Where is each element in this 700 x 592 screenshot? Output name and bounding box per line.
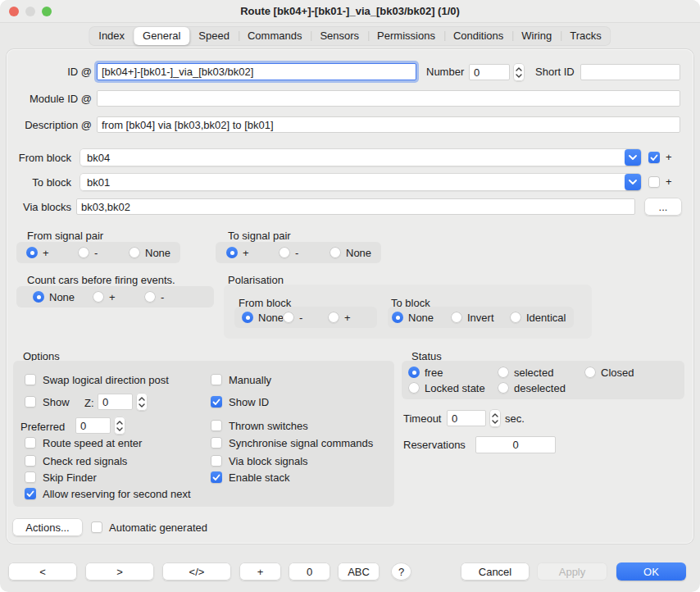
preferred-stepper[interactable] [114,417,125,435]
from-signal-plus-option[interactable]: + [26,247,49,258]
prev-button[interactable]: < [8,562,77,581]
short-id-field[interactable] [580,64,680,80]
from-signal-none-option[interactable]: None [129,247,170,258]
via-block-signals-option[interactable]: Via block signals [211,454,308,467]
radio-icon[interactable] [226,247,238,258]
checkbox-icon[interactable] [25,455,36,467]
manually-option[interactable]: Manually [211,373,271,386]
cancel-button[interactable]: Cancel [461,562,530,581]
to-block-combo[interactable]: bk01 [80,173,642,191]
tab-speed[interactable]: Speed [189,27,239,45]
radio-icon[interactable] [93,291,104,303]
check-red-signals-option[interactable]: Check red signals [25,454,127,467]
zero-button[interactable]: 0 [289,562,330,581]
route-speed-option[interactable]: Route speed at enter [25,436,142,449]
radio-icon[interactable] [392,312,403,323]
polarisation-to-invert-option[interactable]: Invert [451,312,494,323]
status-locked-option[interactable]: Locked state [408,382,485,394]
checkbox-icon[interactable] [211,471,222,483]
plus-button[interactable]: + [239,562,281,581]
number-stepper[interactable] [513,63,525,81]
count-cars-minus-option[interactable]: - [144,291,164,303]
z-field[interactable] [98,394,133,410]
radio-icon[interactable] [279,247,290,258]
radio-icon[interactable] [242,312,253,323]
polarisation-to-identical-option[interactable]: Identical [510,312,566,323]
tab-sensors[interactable]: Sensors [311,27,368,45]
timeout-stepper[interactable] [489,409,501,427]
tab-wiring[interactable]: Wiring [512,27,561,45]
show-option[interactable]: Show [25,395,70,408]
tab-permissions[interactable]: Permissions [368,27,444,45]
automatic-generated-option[interactable]: Automatic generated [91,521,207,534]
module-id-field[interactable] [97,90,680,107]
thrown-switches-option[interactable]: Thrown switches [211,419,308,432]
zoom-button[interactable] [42,7,52,16]
apply-button[interactable]: Apply [537,562,607,581]
checkbox-icon[interactable] [211,396,222,408]
polarisation-from-none-option[interactable]: None [242,312,284,323]
radio-icon[interactable] [408,382,420,394]
polarisation-to-none-option[interactable]: None [392,312,434,323]
status-selected-option[interactable]: selected [498,367,553,378]
from-block-dropdown-button[interactable] [625,149,641,166]
synchronise-signal-option[interactable]: Synchronise signal commands [211,436,373,449]
radio-icon[interactable] [584,367,596,378]
radio-icon[interactable] [510,312,521,323]
skip-finder-option[interactable]: Skip Finder [25,471,97,484]
from-block-plus-checkbox[interactable] [648,152,660,163]
tab-commands[interactable]: Commands [239,27,311,45]
timeout-field[interactable] [447,410,486,426]
to-block-dropdown-button[interactable] [625,174,641,190]
radio-icon[interactable] [26,247,38,258]
polarisation-from-plus-option[interactable]: + [328,312,351,323]
via-blocks-browse-button[interactable]: ... [644,198,682,216]
reservations-field[interactable] [475,436,556,453]
radio-icon[interactable] [328,312,339,323]
to-signal-minus-option[interactable]: - [279,247,298,258]
description-field[interactable] [97,116,680,133]
from-block-combo[interactable]: bk04 [80,148,642,166]
radio-icon[interactable] [330,247,341,258]
code-button[interactable]: </> [162,562,231,581]
id-field[interactable] [97,63,416,80]
tab-general[interactable]: General [134,27,189,45]
help-button[interactable]: ? [391,562,411,581]
allow-reserving-option[interactable]: Allow reserving for second next [25,487,191,500]
tab-index[interactable]: Index [89,27,134,45]
radio-icon[interactable] [498,367,509,378]
radio-icon[interactable] [408,367,420,378]
radio-icon[interactable] [33,291,44,303]
from-signal-minus-option[interactable]: - [78,247,98,258]
actions-button[interactable]: Actions... [12,518,83,536]
radio-icon[interactable] [144,291,156,303]
ok-button[interactable]: OK [616,562,686,581]
checkbox-icon[interactable] [25,471,36,483]
tab-tracks[interactable]: Tracks [561,27,611,45]
status-free-option[interactable]: free [408,367,443,378]
to-signal-none-option[interactable]: None [330,247,371,258]
close-button[interactable] [9,7,19,16]
radio-icon[interactable] [129,247,140,258]
enable-stack-option[interactable]: Enable stack [211,471,289,484]
to-signal-plus-option[interactable]: + [226,247,249,258]
polarisation-from-minus-option[interactable]: - [283,312,302,323]
radio-icon[interactable] [78,247,89,258]
checkbox-icon[interactable] [25,374,36,385]
radio-icon[interactable] [283,312,294,323]
number-field[interactable] [469,64,510,80]
count-cars-plus-option[interactable]: + [93,291,116,303]
via-blocks-field[interactable] [76,198,635,215]
checkbox-icon[interactable] [211,455,222,467]
checkbox-icon[interactable] [25,437,36,449]
preferred-field[interactable] [75,417,111,434]
next-button[interactable]: > [85,562,154,581]
radio-icon[interactable] [498,382,509,394]
checkbox-icon[interactable] [25,396,36,408]
radio-icon[interactable] [451,312,462,323]
checkbox-icon[interactable] [25,488,36,499]
show-id-option[interactable]: Show ID [211,395,269,408]
swap-logical-direction-option[interactable]: Swap logical direction post [25,373,169,386]
checkbox-icon[interactable] [211,374,222,385]
abc-button[interactable]: ABC [338,562,380,581]
